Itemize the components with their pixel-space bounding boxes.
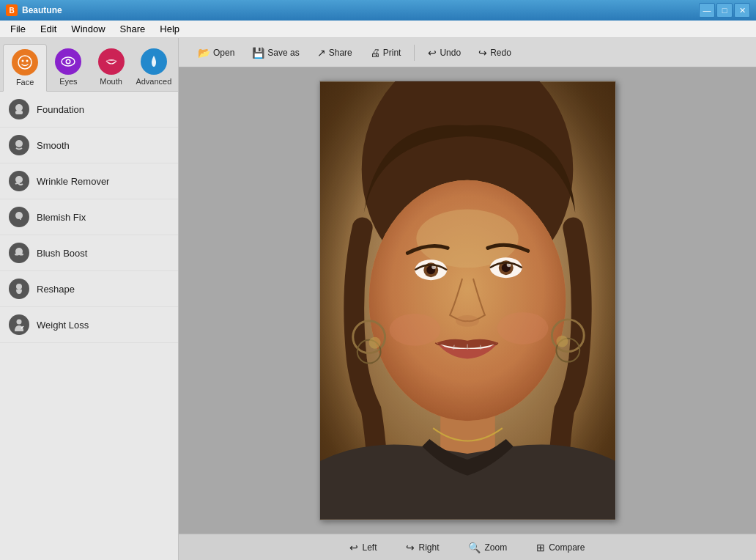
left-icon: ↩ xyxy=(349,542,358,553)
redo-label: Redo xyxy=(490,48,511,58)
right-label: Right xyxy=(418,542,439,553)
undo-icon: ↩ xyxy=(428,47,437,59)
eyes-tab-label: Eyes xyxy=(59,77,77,86)
svg-point-2 xyxy=(26,60,29,62)
open-button[interactable]: 📂 Open xyxy=(190,44,242,62)
eyes-tab-icon xyxy=(55,48,81,75)
svg-point-5 xyxy=(67,60,70,63)
svg-point-0 xyxy=(18,56,32,69)
svg-point-16 xyxy=(16,284,22,290)
tab-mouth[interactable]: Mouth xyxy=(90,44,133,91)
toolbar: 📂 Open 💾 Save as ↗ Share 🖨 Print ↩ Undo xyxy=(179,38,756,67)
sidebar: Face Eyes xyxy=(0,38,179,560)
foundation-label: Foundation xyxy=(37,104,84,115)
close-button[interactable]: ✕ xyxy=(734,3,750,18)
svg-point-6 xyxy=(15,104,23,111)
tab-bar: Face Eyes xyxy=(0,38,178,92)
wrinkle-remover-label: Wrinkle Remover xyxy=(37,176,109,187)
undo-button[interactable]: ↩ Undo xyxy=(420,44,468,62)
print-icon: 🖨 xyxy=(370,47,380,59)
left-label: Left xyxy=(362,542,377,553)
app-title: Beautune xyxy=(22,5,699,15)
menu-help[interactable]: Help xyxy=(152,22,187,36)
titlebar: B Beautune — □ ✕ xyxy=(0,0,756,21)
tab-face[interactable]: Face xyxy=(3,44,47,92)
svg-point-14 xyxy=(15,254,19,256)
share-button[interactable]: ↗ Share xyxy=(310,44,360,62)
window-controls: — □ ✕ xyxy=(699,3,750,18)
blush-boost-icon xyxy=(9,243,29,263)
svg-point-17 xyxy=(17,320,22,325)
tab-eyes[interactable]: Eyes xyxy=(47,44,89,91)
content-area: 📂 Open 💾 Save as ↗ Share 🖨 Print ↩ Undo xyxy=(179,38,756,560)
print-label: Print xyxy=(383,48,401,58)
open-icon: 📂 xyxy=(198,47,210,59)
toolbar-separator xyxy=(414,45,415,61)
tab-advanced[interactable]: Advanced xyxy=(133,44,175,91)
menu-edit[interactable]: Edit xyxy=(33,22,64,36)
weight-loss-icon xyxy=(9,314,29,335)
advanced-tab-label: Advanced xyxy=(136,77,171,86)
blush-boost-label: Blush Boost xyxy=(37,248,87,259)
svg-point-9 xyxy=(15,176,23,183)
mouth-svg xyxy=(103,54,119,70)
svg-point-10 xyxy=(15,212,23,219)
mouth-tab-label: Mouth xyxy=(100,77,122,86)
tool-blush-boost[interactable]: Blush Boost xyxy=(0,235,178,271)
wrinkle-remover-icon xyxy=(9,171,29,191)
redo-icon: ↪ xyxy=(478,47,487,59)
face-tab-icon xyxy=(12,49,38,75)
svg-point-12 xyxy=(20,218,21,220)
tool-weight-loss[interactable]: Weight Loss xyxy=(0,307,178,343)
advanced-svg xyxy=(146,54,162,70)
share-icon: ↗ xyxy=(317,47,326,59)
tool-smooth[interactable]: Smooth xyxy=(0,128,178,163)
svg-rect-47 xyxy=(320,81,615,519)
svg-rect-7 xyxy=(15,111,23,114)
blemish-fix-icon xyxy=(9,207,29,227)
main-layout: Face Eyes xyxy=(0,38,756,560)
weight-loss-label: Weight Loss xyxy=(37,320,89,331)
zoom-button[interactable]: 🔍 Zoom xyxy=(462,539,513,556)
tool-reshape[interactable]: Reshape xyxy=(0,271,178,307)
svg-point-1 xyxy=(22,60,24,62)
compare-label: Compare xyxy=(549,542,585,553)
tool-blemish-fix[interactable]: Blemish Fix xyxy=(0,199,178,235)
minimize-button[interactable]: — xyxy=(699,3,715,18)
right-button[interactable]: ↪ Right xyxy=(400,539,445,556)
menu-file[interactable]: File xyxy=(3,22,33,36)
app-icon: B xyxy=(6,4,18,16)
tool-wrinkle-remover[interactable]: Wrinkle Remover xyxy=(0,163,178,199)
svg-point-8 xyxy=(15,140,23,147)
save-as-button[interactable]: 💾 Save as xyxy=(245,44,306,62)
bottom-bar: ↩ Left ↪ Right 🔍 Zoom ⊞ Compare xyxy=(179,534,756,560)
compare-button[interactable]: ⊞ Compare xyxy=(530,539,590,556)
tool-foundation[interactable]: Foundation xyxy=(0,92,178,128)
foundation-icon xyxy=(9,99,29,119)
undo-label: Undo xyxy=(440,48,461,58)
eyes-svg xyxy=(60,54,76,70)
menu-window[interactable]: Window xyxy=(64,22,112,36)
image-area xyxy=(179,67,756,534)
face-svg xyxy=(17,54,33,70)
smooth-icon xyxy=(9,135,29,155)
redo-button[interactable]: ↪ Redo xyxy=(471,44,519,62)
blemish-fix-label: Blemish Fix xyxy=(37,212,86,223)
photo-container xyxy=(319,81,616,520)
menu-share[interactable]: Share xyxy=(113,22,153,36)
save-as-icon: 💾 xyxy=(252,47,264,59)
print-button[interactable]: 🖨 Print xyxy=(363,44,409,62)
face-tab-label: Face xyxy=(16,78,34,86)
tool-list: Foundation Smooth Wrin xyxy=(0,92,178,560)
open-label: Open xyxy=(213,48,234,58)
advanced-tab-icon xyxy=(141,48,167,75)
svg-point-15 xyxy=(19,254,23,256)
compare-icon: ⊞ xyxy=(536,542,545,553)
save-as-label: Save as xyxy=(267,48,299,58)
menubar: File Edit Window Share Help xyxy=(0,21,756,38)
maximize-button[interactable]: □ xyxy=(716,3,733,18)
svg-point-11 xyxy=(17,217,19,219)
left-button[interactable]: ↩ Left xyxy=(344,539,382,556)
mouth-tab-icon xyxy=(98,48,125,75)
photo-image xyxy=(320,81,615,520)
